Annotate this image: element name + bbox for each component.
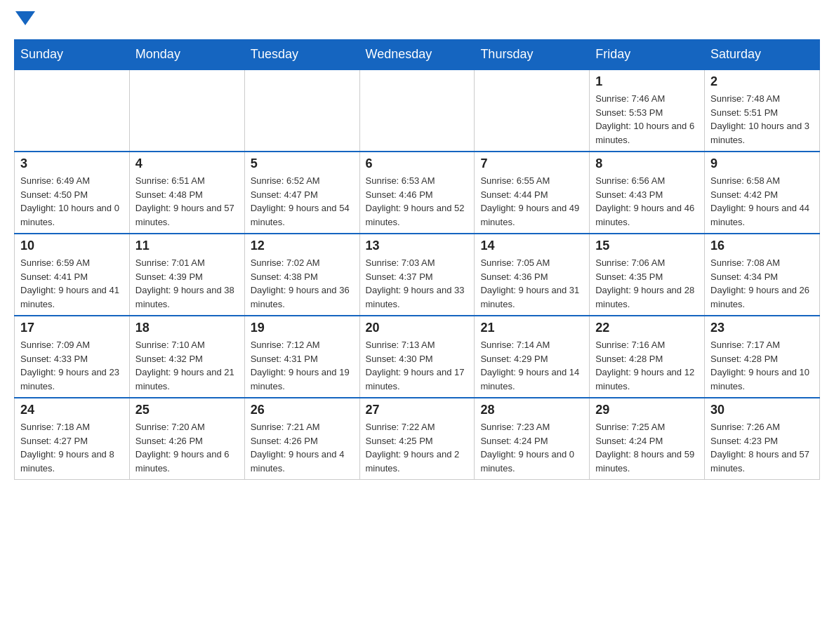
calendar-day-cell: 9Sunrise: 6:58 AM Sunset: 4:42 PM Daylig…	[705, 152, 820, 234]
day-info: Sunrise: 7:12 AM Sunset: 4:31 PM Dayligh…	[251, 338, 354, 393]
calendar-day-cell	[129, 69, 244, 152]
day-info: Sunrise: 7:20 AM Sunset: 4:26 PM Dayligh…	[135, 420, 239, 475]
day-info: Sunrise: 7:02 AM Sunset: 4:38 PM Dayligh…	[251, 256, 354, 311]
day-number: 14	[480, 239, 583, 253]
day-info: Sunrise: 7:06 AM Sunset: 4:35 PM Dayligh…	[595, 256, 699, 311]
day-info: Sunrise: 6:51 AM Sunset: 4:48 PM Dayligh…	[135, 174, 239, 229]
day-of-week-header: Sunday	[15, 40, 130, 70]
calendar-day-cell	[475, 69, 590, 152]
calendar-day-cell: 18Sunrise: 7:10 AM Sunset: 4:32 PM Dayli…	[129, 316, 244, 398]
logo	[14, 14, 35, 25]
day-number: 29	[595, 403, 699, 417]
day-number: 22	[595, 321, 699, 335]
calendar-day-cell: 10Sunrise: 6:59 AM Sunset: 4:41 PM Dayli…	[15, 234, 130, 316]
day-number: 2	[710, 74, 814, 89]
day-number: 17	[20, 321, 124, 335]
calendar-header-row: SundayMondayTuesdayWednesdayThursdayFrid…	[15, 40, 820, 70]
day-info: Sunrise: 7:17 AM Sunset: 4:28 PM Dayligh…	[710, 338, 814, 393]
calendar-day-cell: 17Sunrise: 7:09 AM Sunset: 4:33 PM Dayli…	[15, 316, 130, 398]
day-info: Sunrise: 7:23 AM Sunset: 4:24 PM Dayligh…	[480, 420, 583, 475]
calendar-day-cell: 26Sunrise: 7:21 AM Sunset: 4:26 PM Dayli…	[244, 398, 359, 480]
logo-triangle-icon	[15, 11, 35, 28]
calendar-day-cell: 6Sunrise: 6:53 AM Sunset: 4:46 PM Daylig…	[359, 152, 475, 234]
day-info: Sunrise: 7:25 AM Sunset: 4:24 PM Dayligh…	[595, 420, 699, 475]
day-of-week-header: Monday	[129, 40, 244, 70]
day-info: Sunrise: 7:21 AM Sunset: 4:26 PM Dayligh…	[251, 420, 354, 475]
calendar-day-cell: 16Sunrise: 7:08 AM Sunset: 4:34 PM Dayli…	[705, 234, 820, 316]
day-info: Sunrise: 7:05 AM Sunset: 4:36 PM Dayligh…	[480, 256, 583, 311]
day-info: Sunrise: 7:13 AM Sunset: 4:30 PM Dayligh…	[366, 338, 469, 393]
calendar-day-cell: 11Sunrise: 7:01 AM Sunset: 4:39 PM Dayli…	[129, 234, 244, 316]
day-number: 26	[251, 403, 354, 417]
day-info: Sunrise: 7:14 AM Sunset: 4:29 PM Dayligh…	[480, 338, 583, 393]
day-info: Sunrise: 7:08 AM Sunset: 4:34 PM Dayligh…	[710, 256, 814, 311]
day-number: 13	[366, 239, 469, 253]
day-number: 27	[366, 403, 469, 417]
day-of-week-header: Thursday	[475, 40, 590, 70]
calendar-day-cell: 23Sunrise: 7:17 AM Sunset: 4:28 PM Dayli…	[705, 316, 820, 398]
day-number: 12	[251, 239, 354, 253]
calendar-week-row: 10Sunrise: 6:59 AM Sunset: 4:41 PM Dayli…	[15, 234, 820, 316]
calendar-day-cell: 14Sunrise: 7:05 AM Sunset: 4:36 PM Dayli…	[475, 234, 590, 316]
day-info: Sunrise: 6:59 AM Sunset: 4:41 PM Dayligh…	[20, 256, 124, 311]
calendar-day-cell: 28Sunrise: 7:23 AM Sunset: 4:24 PM Dayli…	[475, 398, 590, 480]
calendar-day-cell: 13Sunrise: 7:03 AM Sunset: 4:37 PM Dayli…	[359, 234, 475, 316]
day-info: Sunrise: 6:55 AM Sunset: 4:44 PM Dayligh…	[480, 174, 583, 229]
day-number: 10	[20, 239, 124, 253]
svg-marker-0	[15, 11, 35, 25]
calendar-day-cell: 24Sunrise: 7:18 AM Sunset: 4:27 PM Dayli…	[15, 398, 130, 480]
day-info: Sunrise: 6:56 AM Sunset: 4:43 PM Dayligh…	[595, 174, 699, 229]
day-info: Sunrise: 7:26 AM Sunset: 4:23 PM Dayligh…	[710, 420, 814, 475]
calendar-week-row: 24Sunrise: 7:18 AM Sunset: 4:27 PM Dayli…	[15, 398, 820, 480]
day-info: Sunrise: 6:52 AM Sunset: 4:47 PM Dayligh…	[251, 174, 354, 229]
day-number: 8	[595, 156, 699, 171]
calendar-day-cell: 1Sunrise: 7:46 AM Sunset: 5:53 PM Daylig…	[590, 69, 705, 152]
day-info: Sunrise: 6:58 AM Sunset: 4:42 PM Dayligh…	[710, 174, 814, 229]
day-number: 21	[480, 321, 583, 335]
day-number: 5	[251, 156, 354, 171]
day-number: 18	[135, 321, 239, 335]
day-number: 30	[710, 403, 814, 417]
calendar-day-cell: 4Sunrise: 6:51 AM Sunset: 4:48 PM Daylig…	[129, 152, 244, 234]
day-of-week-header: Friday	[590, 40, 705, 70]
calendar-day-cell: 29Sunrise: 7:25 AM Sunset: 4:24 PM Dayli…	[590, 398, 705, 480]
calendar-day-cell	[244, 69, 359, 152]
day-number: 28	[480, 403, 583, 417]
day-info: Sunrise: 6:49 AM Sunset: 4:50 PM Dayligh…	[20, 174, 124, 229]
calendar-day-cell: 21Sunrise: 7:14 AM Sunset: 4:29 PM Dayli…	[475, 316, 590, 398]
calendar-day-cell: 5Sunrise: 6:52 AM Sunset: 4:47 PM Daylig…	[244, 152, 359, 234]
calendar: SundayMondayTuesdayWednesdayThursdayFrid…	[14, 39, 820, 480]
day-number: 3	[20, 156, 124, 171]
day-of-week-header: Tuesday	[244, 40, 359, 70]
calendar-day-cell	[15, 69, 130, 152]
day-number: 16	[710, 239, 814, 253]
page-header	[14, 14, 820, 25]
calendar-week-row: 17Sunrise: 7:09 AM Sunset: 4:33 PM Dayli…	[15, 316, 820, 398]
day-number: 4	[135, 156, 239, 171]
day-number: 9	[710, 156, 814, 171]
calendar-day-cell: 8Sunrise: 6:56 AM Sunset: 4:43 PM Daylig…	[590, 152, 705, 234]
day-of-week-header: Saturday	[705, 40, 820, 70]
calendar-day-cell: 19Sunrise: 7:12 AM Sunset: 4:31 PM Dayli…	[244, 316, 359, 398]
calendar-day-cell: 7Sunrise: 6:55 AM Sunset: 4:44 PM Daylig…	[475, 152, 590, 234]
calendar-day-cell: 25Sunrise: 7:20 AM Sunset: 4:26 PM Dayli…	[129, 398, 244, 480]
calendar-day-cell: 30Sunrise: 7:26 AM Sunset: 4:23 PM Dayli…	[705, 398, 820, 480]
day-number: 11	[135, 239, 239, 253]
day-info: Sunrise: 7:01 AM Sunset: 4:39 PM Dayligh…	[135, 256, 239, 311]
day-info: Sunrise: 7:48 AM Sunset: 5:51 PM Dayligh…	[710, 92, 814, 147]
day-info: Sunrise: 6:53 AM Sunset: 4:46 PM Dayligh…	[366, 174, 469, 229]
day-number: 24	[20, 403, 124, 417]
day-info: Sunrise: 7:18 AM Sunset: 4:27 PM Dayligh…	[20, 420, 124, 475]
day-number: 20	[366, 321, 469, 335]
day-info: Sunrise: 7:09 AM Sunset: 4:33 PM Dayligh…	[20, 338, 124, 393]
day-info: Sunrise: 7:46 AM Sunset: 5:53 PM Dayligh…	[595, 92, 699, 147]
calendar-day-cell: 20Sunrise: 7:13 AM Sunset: 4:30 PM Dayli…	[359, 316, 475, 398]
day-number: 1	[595, 74, 699, 89]
calendar-day-cell: 12Sunrise: 7:02 AM Sunset: 4:38 PM Dayli…	[244, 234, 359, 316]
day-info: Sunrise: 7:03 AM Sunset: 4:37 PM Dayligh…	[366, 256, 469, 311]
day-info: Sunrise: 7:10 AM Sunset: 4:32 PM Dayligh…	[135, 338, 239, 393]
calendar-week-row: 3Sunrise: 6:49 AM Sunset: 4:50 PM Daylig…	[15, 152, 820, 234]
day-number: 15	[595, 239, 699, 253]
calendar-day-cell: 3Sunrise: 6:49 AM Sunset: 4:50 PM Daylig…	[15, 152, 130, 234]
calendar-day-cell: 15Sunrise: 7:06 AM Sunset: 4:35 PM Dayli…	[590, 234, 705, 316]
